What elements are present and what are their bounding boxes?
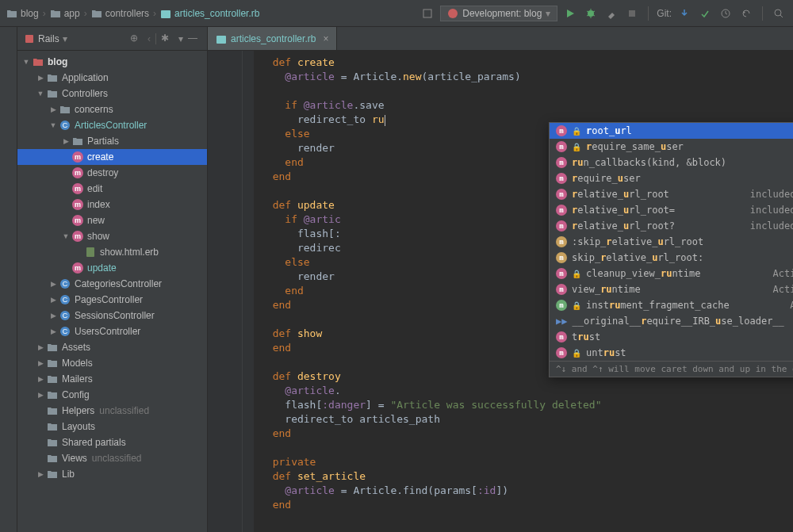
svg-text:C: C bbox=[63, 121, 68, 129]
svg-point-3 bbox=[588, 10, 594, 17]
editor-tabs: articles_controller.rb × bbox=[208, 27, 793, 51]
build-button[interactable] bbox=[419, 6, 435, 21]
editor-gutter[interactable] bbox=[208, 51, 243, 532]
completion-item[interactable]: mtrustObject bbox=[550, 329, 793, 345]
svg-rect-19 bbox=[216, 36, 226, 44]
tree-node[interactable]: ▼mshow bbox=[17, 228, 207, 244]
left-stripe bbox=[0, 27, 17, 532]
completion-item[interactable]: m🔒cleanup_view_runtimeActionController::… bbox=[550, 266, 793, 281]
project-tree[interactable]: ▼blog▶Application▼Controllers▶concerns▼C… bbox=[17, 51, 207, 532]
svg-point-2 bbox=[448, 9, 458, 18]
tree-node[interactable]: Viewsunclassified bbox=[17, 450, 207, 466]
breadcrumb-item[interactable]: app bbox=[50, 8, 80, 19]
chevron-right-icon: › bbox=[84, 8, 87, 19]
tree-node[interactable]: mupdate bbox=[17, 260, 207, 276]
tree-node[interactable]: Layouts bbox=[17, 419, 207, 434]
svg-rect-7 bbox=[25, 35, 33, 43]
search-button[interactable] bbox=[771, 6, 787, 21]
run-config-dropdown[interactable]: Development: blog ▾ bbox=[440, 6, 557, 21]
chevron-right-icon: › bbox=[43, 8, 46, 19]
tree-node[interactable]: ▶Assets bbox=[17, 339, 207, 355]
tree-node[interactable]: ▶concerns bbox=[17, 101, 207, 117]
completion-item[interactable]: mrelative_url_rootincluded in AbstractCo… bbox=[550, 186, 793, 202]
editor-area: articles_controller.rb × def create @art… bbox=[208, 27, 793, 532]
svg-rect-10 bbox=[86, 247, 94, 257]
tree-node[interactable]: mcreate bbox=[17, 149, 207, 165]
svg-text:C: C bbox=[63, 296, 68, 304]
svg-rect-0 bbox=[161, 10, 170, 18]
tree-node[interactable]: ▶CUsersController bbox=[17, 323, 207, 339]
tree-node[interactable]: Shared partials bbox=[17, 434, 207, 450]
tree-node[interactable]: ▶Mailers bbox=[17, 371, 207, 387]
completion-item[interactable]: mrequire_userApplicationController bbox=[550, 170, 793, 186]
tab-label: articles_controller.rb bbox=[231, 33, 316, 44]
completion-item[interactable]: m🔒untrustObject bbox=[550, 345, 793, 361]
sidebar-header: Rails ▾ ⊕ ‹ ✱ ▾ — bbox=[17, 27, 207, 51]
tree-node[interactable]: ▶CSessionsController bbox=[17, 308, 207, 323]
tree-node[interactable]: ▶Config bbox=[17, 387, 207, 403]
collapse-icon[interactable]: — bbox=[188, 33, 201, 45]
tree-node[interactable]: ▼Controllers bbox=[17, 86, 207, 101]
attach-button[interactable] bbox=[603, 6, 619, 21]
completion-item[interactable]: m:skip_relative_url_root bbox=[550, 234, 793, 250]
debug-button[interactable] bbox=[583, 6, 599, 21]
svg-rect-1 bbox=[423, 10, 431, 17]
svg-point-6 bbox=[775, 10, 781, 16]
target-icon[interactable]: ⊕ bbox=[130, 33, 143, 45]
completion-item[interactable]: mrelative_url_root=included in AbstractC… bbox=[550, 202, 793, 218]
close-icon[interactable]: × bbox=[323, 33, 328, 44]
completion-hint: ^↓ and ^↑ will move caret down and up in… bbox=[550, 361, 793, 377]
breadcrumb: blog › app › controllers › articles_cont… bbox=[6, 8, 419, 19]
completion-item[interactable]: mview_runtimeActionController::Instrumen… bbox=[550, 281, 793, 297]
main-toolbar: blog › app › controllers › articles_cont… bbox=[0, 0, 793, 27]
breadcrumb-item[interactable]: controllers bbox=[91, 8, 149, 19]
editor-glyph-margin bbox=[243, 51, 254, 532]
completion-popup[interactable]: m🔒root_urlArticlesControllerm🔒require_sa… bbox=[549, 122, 793, 377]
svg-text:C: C bbox=[63, 312, 68, 320]
git-commit-button[interactable] bbox=[697, 6, 713, 21]
tree-node[interactable]: ▶Lib bbox=[17, 466, 207, 482]
completion-item[interactable]: m🔒require_same_userArticlesController bbox=[550, 139, 793, 155]
git-history-button[interactable] bbox=[718, 6, 734, 21]
completion-item[interactable]: m🔒root_urlArticlesController bbox=[550, 123, 793, 139]
breadcrumb-item[interactable]: blog bbox=[6, 8, 39, 19]
breadcrumb-item[interactable]: articles_controller.rb bbox=[160, 8, 259, 19]
tree-root[interactable]: ▼blog bbox=[17, 54, 207, 70]
completion-item[interactable]: mskip_relative_url_root: bbox=[550, 250, 793, 266]
tree-node[interactable]: mnew bbox=[17, 212, 207, 228]
git-label: Git: bbox=[657, 8, 672, 19]
stop-button[interactable] bbox=[624, 6, 640, 21]
completion-item[interactable]: m🔒instrument_fragment_cacheActionControl… bbox=[550, 297, 793, 313]
tree-node[interactable]: show.html.erb bbox=[17, 244, 207, 260]
tree-node[interactable]: mdestroy bbox=[17, 165, 207, 181]
svg-text:C: C bbox=[63, 280, 68, 288]
svg-rect-4 bbox=[629, 10, 635, 17]
svg-text:C: C bbox=[63, 327, 68, 335]
tree-node[interactable]: ▶Models bbox=[17, 355, 207, 371]
editor-tab[interactable]: articles_controller.rb × bbox=[208, 27, 337, 50]
tree-node[interactable]: ▶CCategoriesController bbox=[17, 276, 207, 292]
settings-icon[interactable]: ✱ bbox=[161, 33, 174, 45]
completion-item[interactable]: ▶▶__original__require__IRB_use_loader__O… bbox=[550, 313, 793, 329]
completion-item[interactable]: mrun_callbacks(kind, &block)ActiveSuppor… bbox=[550, 155, 793, 170]
tree-node[interactable]: ▶Application bbox=[17, 70, 207, 86]
tree-node[interactable]: medit bbox=[17, 181, 207, 197]
tree-node[interactable]: ▼CArticlesController bbox=[17, 117, 207, 133]
project-sidebar: Rails ▾ ⊕ ‹ ✱ ▾ — ▼blog▶Application▼Cont… bbox=[17, 27, 208, 532]
completion-item[interactable]: mrelative_url_root?included in AbstractC… bbox=[550, 218, 793, 234]
git-update-button[interactable] bbox=[676, 6, 692, 21]
tree-node[interactable]: mindex bbox=[17, 197, 207, 212]
tree-node[interactable]: Helpersunclassified bbox=[17, 403, 207, 419]
tree-node[interactable]: ▶CPagesController bbox=[17, 292, 207, 308]
sidebar-title: Rails bbox=[38, 33, 59, 44]
git-revert-button[interactable] bbox=[738, 6, 754, 21]
tree-node[interactable]: ▶Partials bbox=[17, 133, 207, 149]
chevron-right-icon: › bbox=[153, 8, 156, 19]
run-button[interactable] bbox=[562, 6, 578, 21]
